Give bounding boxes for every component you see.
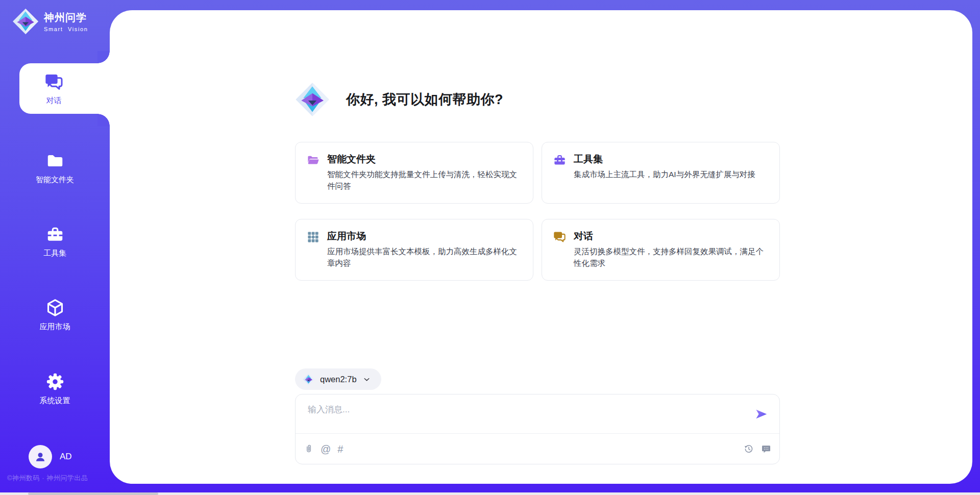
- avatar: [29, 445, 52, 468]
- send-icon[interactable]: [754, 407, 768, 421]
- brand: 神州问学 Smart Vision: [12, 8, 88, 35]
- sidebar-item-label: 应用市场: [40, 322, 70, 332]
- card-smart-folder[interactable]: 智能文件夹 智能文件夹功能支持批量文件上传与清洗，轻松实现文件问答: [295, 142, 533, 204]
- greeting-gem-icon: [295, 82, 330, 117]
- hashtag-icon[interactable]: #: [337, 444, 343, 454]
- card-chat[interactable]: 对话 灵活切换多模型文件，支持多样回复效果调试，满足个性化需求: [542, 219, 780, 281]
- card-title: 智能文件夹: [327, 153, 376, 166]
- toolbox-icon: [45, 225, 65, 244]
- main-panel: 你好, 我可以如何帮助你? 智能文件夹 智能文件夹功能支持批量文件上传与清洗，轻…: [110, 10, 972, 484]
- composer-toolbar: @ #: [304, 434, 771, 464]
- toolbox-icon: [553, 153, 567, 167]
- brand-name: 神州问学: [44, 11, 88, 24]
- sidebar-item-label: 智能文件夹: [36, 175, 74, 185]
- sidebar-item-app-market[interactable]: 应用市场: [0, 298, 110, 332]
- active-tab-fillet-top: [97, 51, 110, 63]
- card-toolbox[interactable]: 工具集 集成市场上主流工具，助力AI与外界无缝扩展与对接: [542, 142, 780, 204]
- card-description: 智能文件夹功能支持批量文件上传与清洗，轻松实现文件问答: [327, 168, 522, 192]
- greeting-title: 你好, 我可以如何帮助你?: [346, 90, 503, 109]
- sidebar-item-toolbox[interactable]: 工具集: [0, 225, 110, 258]
- copyright: ©神州数码 · 神州问学出品: [7, 474, 88, 483]
- message-input[interactable]: [308, 404, 744, 430]
- feature-cards: 智能文件夹 智能文件夹功能支持批量文件上传与清洗，轻松实现文件问答 工具集 集成…: [295, 142, 780, 281]
- mention-icon[interactable]: @: [321, 444, 331, 454]
- sidebar-item-label: 系统设置: [40, 396, 70, 406]
- app-grid-icon: [306, 230, 320, 244]
- horizontal-scrollbar: [0, 492, 980, 495]
- model-selector[interactable]: qwen2:7b: [295, 368, 381, 390]
- card-title: 对话: [574, 230, 593, 243]
- history-icon[interactable]: [744, 444, 754, 454]
- card-title: 工具集: [574, 153, 603, 166]
- card-title: 应用市场: [327, 230, 366, 243]
- sidebar-item-smart-folder[interactable]: 智能文件夹: [0, 151, 110, 185]
- brand-subtitle: Smart Vision: [44, 26, 88, 32]
- chat-icon: [44, 72, 64, 92]
- active-tab-fillet-bottom: [97, 114, 110, 126]
- horizontal-scrollbar-thumb[interactable]: [28, 492, 158, 495]
- user-name: AD: [60, 452, 72, 462]
- gem-logo-icon: [303, 374, 314, 385]
- folder-open-icon: [306, 153, 320, 167]
- sidebar-item-chat[interactable]: 对话: [19, 63, 110, 114]
- message-composer: @ #: [295, 394, 780, 464]
- greeting: 你好, 我可以如何帮助你?: [295, 82, 503, 117]
- person-icon: [34, 450, 47, 463]
- brand-gem-icon: [12, 8, 39, 35]
- conversation-icon[interactable]: [761, 444, 771, 454]
- card-description: 集成市场上主流工具，助力AI与外界无缝扩展与对接: [574, 168, 768, 180]
- sidebar-item-settings[interactable]: 系统设置: [0, 372, 110, 406]
- cube-icon: [45, 298, 65, 317]
- sidebar-item-label: 工具集: [43, 249, 66, 258]
- sidebar-item-label: 对话: [46, 96, 62, 106]
- folder-icon: [45, 151, 65, 170]
- model-name: qwen2:7b: [320, 375, 357, 384]
- card-description: 应用市场提供丰富长文本模板，助力高效生成多样化文章内容: [327, 245, 522, 269]
- user-account[interactable]: AD: [29, 445, 72, 468]
- gear-icon: [45, 372, 65, 391]
- attachment-icon[interactable]: [304, 444, 314, 454]
- composer-toolbar-right: [744, 444, 771, 454]
- chevron-down-icon: [362, 375, 371, 384]
- card-description: 灵活切换多模型文件，支持多样回复效果调试，满足个性化需求: [574, 245, 768, 269]
- chat-icon: [553, 230, 567, 244]
- card-app-market[interactable]: 应用市场 应用市场提供丰富长文本模板，助力高效生成多样化文章内容: [295, 219, 533, 281]
